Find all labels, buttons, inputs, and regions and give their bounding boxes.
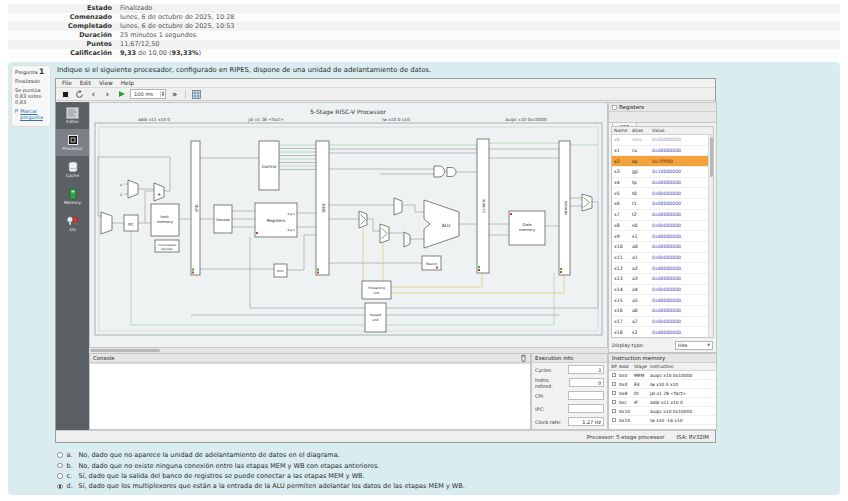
field-label: CPI: (535, 393, 544, 399)
register-row: x16 a6 0x00000000 (612, 306, 713, 317)
summary-value: lunes, 6 de octubre de 2025, 10:53 (120, 22, 235, 31)
breakpoint-cell (609, 418, 619, 423)
register-alias: t2 (632, 212, 652, 217)
summary-label: Estado (8, 4, 120, 13)
col-name: Name (612, 127, 632, 134)
register-row: x7 t2 0x00000000 (612, 210, 713, 221)
quiz-summary-table: Estado Finalizado Comenzado lunes, 6 de … (8, 4, 840, 58)
exmem-label: EX/MEM (482, 199, 486, 212)
instruction-memory-columns: BP Addr Stage Instruction (609, 363, 716, 371)
step-forward-button: › (102, 89, 113, 100)
register-value: 0x00000000 (652, 298, 713, 303)
instruction-memory-panel: Instruction memory BP Addr Stage Instruc… (608, 353, 717, 430)
register-name: x4 (612, 180, 632, 185)
field-label: Cycles: (535, 367, 553, 373)
console-panel: Console (89, 353, 531, 430)
flag-question-link[interactable]: Marcar pregunta (15, 108, 47, 120)
forward-mux-b (380, 224, 389, 243)
register-value: 0x00000000 (652, 276, 713, 281)
registers-scrollbar (708, 135, 713, 337)
register-row: x12 a2 0x00000000 (612, 263, 713, 274)
field-label: Instrs. retired: (535, 377, 569, 389)
summary-row: Puntos 11,67/12,50 (8, 40, 840, 49)
answer-letter: d. (67, 482, 75, 490)
register-alias: sp (632, 159, 652, 164)
register-value: 0x00000000 (652, 255, 713, 260)
register-value: 0x00000000 (652, 266, 713, 271)
menu-view: View (95, 80, 117, 86)
summary-label: Duración (8, 31, 120, 40)
processor-diagram-svg: 5-Stage RISC-V Processor addi x11 x10 0 … (90, 103, 607, 347)
register-alias: a6 (632, 308, 652, 313)
tab-io-label: I/O (70, 228, 76, 233)
ripes-main-area: Editor Processor Cache Memory (56, 102, 715, 430)
register-value: 0x00000000 (652, 191, 713, 196)
register-name: x1 (612, 148, 632, 153)
summary-label: Completado (8, 22, 120, 31)
scrollbar-thumb (90, 349, 160, 352)
menu-file: File (58, 80, 76, 86)
breakpoint-checkbox (612, 391, 616, 395)
grade-percent: 93,33% (172, 49, 199, 57)
tab-editor-label: Editor (66, 120, 78, 125)
instruction-row: 0x8 ID jal x1 28 <fact> (609, 389, 716, 398)
instruction-memory-header: Instruction memory (609, 354, 716, 363)
answer-option[interactable]: b. No, dado que no existe ninguna conexi… (57, 460, 836, 470)
console-title: Console (93, 355, 114, 361)
instruction-addr: 0x14 (619, 418, 634, 423)
alu-op1-mux (394, 198, 402, 215)
field-label: Clock rate: (535, 419, 561, 425)
registers-panel-title: Registers (619, 104, 644, 110)
clear-console-trash-icon (520, 354, 527, 362)
tab-processor-label: Processor (62, 147, 82, 152)
answer-radio[interactable] (57, 452, 63, 458)
summary-value: 9,33 de 10,00 (93,33%) (120, 49, 201, 58)
answer-radio[interactable] (57, 463, 63, 469)
answer-radio[interactable] (57, 484, 63, 490)
register-row: x9 s1 0x00000000 (612, 231, 713, 242)
quiz-summary-rows: Estado Finalizado Comenzado lunes, 6 de … (8, 4, 840, 49)
register-name: x16 (612, 308, 632, 313)
status-processor: Processor: 5-stage processor (587, 434, 665, 440)
register-alias: s0 (632, 223, 652, 228)
answer-option[interactable]: a. No, dado que no aparece la unidad de … (57, 450, 836, 460)
menu-edit: Edit (76, 80, 95, 86)
panel-icon (612, 105, 617, 110)
branch-label: Branch (426, 262, 437, 266)
register-row: x17 a7 0x00000000 (612, 317, 713, 328)
register-name: x6 (612, 201, 632, 206)
register-name: x12 (612, 266, 632, 271)
data-memory-label-2: memory (519, 227, 536, 232)
register-name: x10 (612, 244, 632, 249)
question-content: Indique si el siguiente procesador, conf… (55, 62, 838, 493)
ifid-label: IFID (194, 204, 199, 211)
register-alias: a7 (632, 319, 652, 324)
processor-square-icon (62, 91, 69, 98)
instruction-addr: 0x0 (619, 373, 634, 378)
answer-option[interactable]: d. Sí, dado que los multiplexores que es… (57, 481, 836, 491)
memwb-label: MEM/WB (564, 201, 568, 215)
tab-cache: Cache (56, 156, 89, 183)
instruction-row: 0x0 MEM auipc x10 0x10000 (609, 371, 716, 380)
spinbox-arrows-icon: ▲▼ (160, 91, 165, 97)
register-value: 0x00000000 (652, 201, 713, 206)
reg1-port-label: Reg 1 (288, 213, 296, 216)
instruction-stage: IF (634, 400, 650, 405)
answer-radio[interactable] (57, 473, 63, 479)
instruction-row: 0x14 lw x10 -16 x10 (609, 416, 716, 425)
tab-editor: Editor (56, 102, 89, 129)
col-bp: BP (609, 363, 619, 370)
register-alias: t0 (632, 191, 652, 196)
answer-text: Sí, dado que la salida del banco de regi… (79, 472, 365, 480)
console-header: Console (90, 354, 530, 363)
register-row: x18 s2 0x00000000 (612, 327, 713, 338)
stage-instruction-if: addi x11 x10 0 (138, 117, 170, 122)
instr-memory-label-2: memory (157, 219, 174, 224)
col-alias: Alias (632, 127, 652, 134)
console-output (90, 363, 530, 429)
summary-row-grade: Calificación 9,33 de 10,00 (93,33%) (8, 49, 840, 58)
register-value: 0x00000000 (652, 319, 713, 324)
ripes-menubar: File Edit View Help (56, 79, 715, 88)
breakpoint-cell (609, 373, 619, 378)
answer-option[interactable]: c. Sí, dado que la salida del banco de r… (57, 471, 836, 481)
